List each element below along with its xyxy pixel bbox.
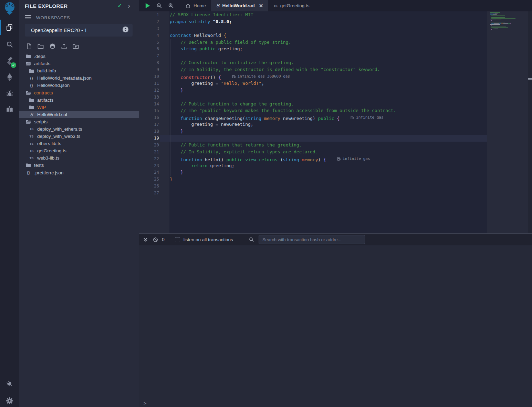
code-line: constructor() {infinite gas 368600 gas: [160, 73, 487, 80]
code-line: function changeGreeting(string memory ne…: [160, 114, 487, 121]
folder-icon: [29, 69, 34, 73]
activity-deploy-and-run[interactable]: [0, 70, 19, 85]
workspace-select[interactable]: OpenZeppelin ERC20 - 1: [25, 24, 133, 37]
tab-label: HelloWorld.sol: [222, 3, 254, 8]
activity-solidity-unit-testing[interactable]: [0, 102, 19, 117]
tree-item-label: .deps: [34, 54, 45, 59]
minimap[interactable]: [490, 12, 524, 32]
expand-terminal-icon[interactable]: [142, 236, 149, 243]
tree-item[interactable]: WIP: [19, 104, 139, 111]
terminal-bar: 0 listen on all transactions: [139, 233, 532, 245]
code-line: // In Solidity, explicit return types ar…: [160, 149, 487, 155]
tree-item[interactable]: {}HelloWorld.json: [19, 82, 139, 89]
solidity-file-icon: S: [216, 3, 219, 8]
solidity-file-icon: S: [29, 112, 34, 117]
tree-item[interactable]: scripts: [19, 118, 139, 125]
tree-item[interactable]: build-info: [19, 67, 139, 74]
terminal-output[interactable]: >: [139, 245, 532, 407]
tree-item[interactable]: TSweb3-lib.ts: [19, 154, 139, 162]
editor-scrollbar[interactable]: [528, 11, 532, 233]
line-number: 21: [139, 149, 159, 155]
tree-item-label: scripts: [34, 119, 48, 124]
workspaces-menu-icon[interactable]: [25, 15, 31, 20]
scrollbar-thumb[interactable]: [528, 78, 532, 80]
tree-item[interactable]: artifacts: [19, 96, 139, 104]
zoom-out-button[interactable]: [155, 1, 164, 10]
code-line: contract HelloWorld {: [160, 32, 487, 39]
file-explorer-toolbar: [25, 42, 80, 50]
line-number: 19: [139, 135, 159, 142]
code-line: // SPDX-License-Identifier: MIT: [160, 11, 487, 18]
tab-label: getGreeting.ts: [280, 3, 310, 8]
tree-item-label: web3-lib.ts: [37, 155, 60, 161]
tree-item[interactable]: artifacts: [19, 60, 139, 67]
code-line: return greeting;: [160, 162, 487, 169]
file-explorer-panel: FILE EXPLORER ✓ › WORKSPACES OpenZeppeli…: [19, 0, 139, 407]
code-content[interactable]: // SPDX-License-Identifier: MITpragma so…: [160, 11, 487, 196]
line-number: 26: [139, 183, 159, 190]
typescript-file-icon: TS: [29, 135, 34, 138]
active-plugin-indicator: [0, 20, 1, 35]
typescript-file-icon: TS: [29, 156, 34, 160]
line-number: 16: [139, 114, 159, 121]
code-line: [160, 52, 487, 59]
activity-settings[interactable]: [0, 393, 19, 407]
tree-item[interactable]: TSdeploy_with_web3.ts: [19, 133, 139, 140]
editor-tab-bar: HomeSHelloWorld.sol✕TSgetGreeting.ts: [139, 0, 532, 11]
tree-item[interactable]: TSethers-lib.ts: [19, 140, 139, 147]
tree-item[interactable]: {}HelloWorld_metadata.json: [19, 74, 139, 82]
listen-transactions-checkbox[interactable]: [175, 237, 180, 242]
line-number: 4: [139, 32, 159, 39]
folder-icon: [25, 163, 31, 167]
folder-icon: [25, 54, 31, 59]
new-folder-icon[interactable]: [36, 42, 45, 50]
line-number: 15: [139, 107, 159, 114]
run-script-button[interactable]: [143, 1, 152, 10]
json-file-icon: {}: [29, 83, 34, 88]
line-number: 23: [139, 162, 159, 169]
code-line: // The "public" keyword makes the functi…: [160, 107, 487, 114]
code-line: [160, 94, 487, 101]
github-icon[interactable]: [48, 42, 56, 50]
activity-file-explorer[interactable]: [0, 20, 19, 35]
tree-item[interactable]: tests: [19, 162, 139, 169]
close-tab-icon[interactable]: ✕: [259, 3, 263, 8]
tab-HelloWorld.sol[interactable]: SHelloWorld.sol✕: [211, 0, 268, 11]
upload-file-icon[interactable]: [60, 42, 68, 50]
code-line: [160, 25, 487, 32]
tree-item[interactable]: {}.prettierrc.json: [19, 169, 139, 176]
tab-getGreeting.ts[interactable]: TSgetGreeting.ts: [268, 0, 314, 11]
indent-guide: [181, 121, 181, 128]
terminal-search-input[interactable]: [259, 235, 365, 244]
activity-plugin-manager[interactable]: [0, 376, 19, 391]
clear-console-icon[interactable]: [152, 236, 159, 243]
file-tree: .depsartifactsbuild-info{}HelloWorld_met…: [19, 53, 139, 176]
zoom-in-button[interactable]: [166, 1, 175, 10]
move-panel-chevron-icon[interactable]: ›: [128, 1, 130, 10]
code-line: function hello() public view returns (st…: [160, 155, 487, 162]
compiled-check-badge: ✓: [11, 62, 16, 68]
activity-bar: ✓: [0, 0, 19, 407]
tree-item[interactable]: TSdeploy_with_ethers.ts: [19, 125, 139, 133]
tree-item[interactable]: SHelloWorld.sol: [19, 111, 139, 118]
folder-open-icon: [25, 91, 31, 95]
tree-item-label: build-info: [37, 68, 56, 73]
tree-item[interactable]: TSgetGreeting.ts: [19, 147, 139, 154]
activity-search[interactable]: [0, 37, 19, 52]
code-line: [160, 190, 487, 196]
workspace-ok-check-icon: ✓: [117, 2, 122, 9]
tab-Home[interactable]: Home: [180, 0, 211, 11]
activity-remix-logo[interactable]: [0, 1, 19, 16]
new-file-icon[interactable]: [25, 42, 33, 50]
tree-item[interactable]: .deps: [19, 53, 139, 60]
folder-open-icon: [25, 120, 31, 124]
activity-debugger[interactable]: [0, 86, 19, 101]
load-folder-icon[interactable]: [72, 42, 80, 50]
activity-solidity-compiler[interactable]: ✓: [0, 53, 19, 69]
line-number: 10: [139, 73, 159, 80]
code-line: greeting = "Hello, World!";: [160, 80, 487, 87]
gas-estimate: infinite gas: [351, 114, 383, 121]
line-number: 25: [139, 176, 159, 183]
tree-item[interactable]: contracts: [19, 89, 139, 96]
typescript-file-icon: TS: [29, 142, 34, 145]
